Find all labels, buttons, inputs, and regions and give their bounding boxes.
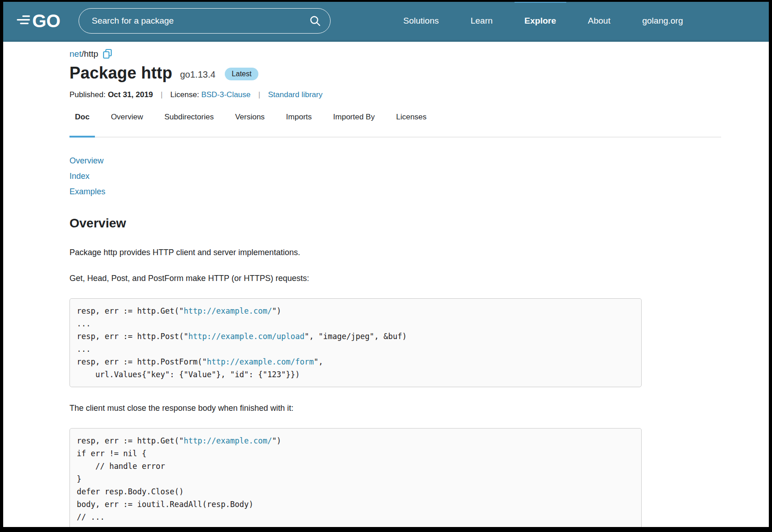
code-line: // ... (77, 511, 634, 523)
standard-library-link[interactable]: Standard library (268, 90, 322, 99)
nav-item-explore[interactable]: Explore (514, 2, 567, 41)
code-block: resp, err := http.Get("http://example.co… (69, 298, 642, 387)
code-line: resp, err := http.Post("http://example.c… (77, 330, 634, 343)
code-text: ... (77, 345, 91, 354)
code-text: ... (77, 319, 91, 328)
overview-paragraph-3: The client must close the response body … (69, 404, 769, 413)
main-content: net/http Package http go1.13.4 Latest Pu… (3, 49, 769, 527)
package-meta: Published: Oct 31, 2019 | License: BSD-3… (69, 90, 769, 99)
nav-item-explore-label: Explore (525, 16, 556, 26)
nav-item-learn[interactable]: Learn (460, 2, 504, 41)
code-text: resp, err := http.Post(" (77, 332, 188, 341)
code-text: ", "image/jpeg", &buf) (305, 332, 407, 341)
breadcrumb: net/http (69, 49, 769, 59)
code-text: ") (272, 436, 281, 445)
tab-imported-by[interactable]: Imported By (328, 112, 381, 137)
code-text: ", (314, 357, 323, 366)
overview-heading: Overview (69, 216, 769, 231)
code-line: resp, err := http.PostForm("http://examp… (77, 355, 634, 368)
code-text: if err != nil { (77, 449, 147, 458)
toc-link-overview[interactable]: Overview (69, 153, 104, 168)
tab-versions[interactable]: Versions (230, 112, 270, 137)
latest-badge: Latest (225, 68, 258, 80)
code-text: defer resp.Body.Close() (77, 487, 183, 496)
breadcrumb-parent-link[interactable]: net (69, 49, 81, 59)
top-navbar: GO Solutions Learn Explore About golang.… (3, 2, 769, 42)
meta-separator: | (161, 90, 163, 99)
code-text: } (77, 474, 81, 483)
code-line: ... (77, 343, 634, 355)
code-text: url.Values{"key": {"Value"}, "id": {"123… (77, 370, 300, 379)
tab-subdirectories[interactable]: Subdirectories (159, 112, 219, 137)
toc-link-examples[interactable]: Examples (69, 184, 105, 199)
license-label: License: (170, 90, 199, 99)
title-row: Package http go1.13.4 Latest (69, 64, 769, 83)
toc-link-index[interactable]: Index (69, 168, 89, 184)
code-url-link[interactable]: http://example.com/ (183, 436, 272, 445)
code-text: // handle error (77, 462, 165, 471)
code-line: defer resp.Body.Close() (77, 485, 634, 498)
page: GO Solutions Learn Explore About golang.… (3, 2, 769, 527)
code-line: } (77, 473, 634, 485)
meta-separator: | (258, 90, 260, 99)
code-line: url.Values{"key": {"Value"}, "id": {"123… (77, 368, 634, 381)
code-text: ") (272, 306, 281, 315)
doc-toc: Overview Index Examples (69, 153, 769, 199)
tab-imports[interactable]: Imports (281, 112, 317, 137)
package-version: go1.13.4 (180, 69, 215, 80)
code-text: body, err := ioutil.ReadAll(resp.Body) (77, 500, 253, 509)
code-line: body, err := ioutil.ReadAll(resp.Body) (77, 498, 634, 511)
code-line: if err != nil { (77, 447, 634, 460)
search-icon[interactable] (309, 15, 321, 27)
code-line: resp, err := http.Get("http://example.co… (77, 305, 634, 317)
code-url-link[interactable]: http://example.com/form (207, 357, 314, 366)
page-title: Package http (69, 64, 172, 83)
go-logo-icon: GO (16, 10, 67, 32)
tab-doc[interactable]: Doc (69, 112, 95, 137)
code-line: // handle error (77, 460, 634, 473)
breadcrumb-current: http (84, 49, 99, 59)
nav-item-solutions[interactable]: Solutions (392, 2, 450, 41)
code-url-link[interactable]: http://example.com/ (183, 306, 272, 315)
tab-overview[interactable]: Overview (105, 112, 148, 137)
nav-links: Solutions Learn Explore About golang.org (382, 2, 694, 41)
svg-text:GO: GO (32, 11, 60, 31)
search-box[interactable] (79, 8, 331, 34)
copy-icon (103, 49, 113, 59)
code-url-link[interactable]: http://example.com/upload (188, 332, 305, 341)
code-block: resp, err := http.Get("http://example.co… (69, 428, 642, 527)
active-nav-indicator (515, 2, 566, 3)
overview-paragraph-2: Get, Head, Post, and PostForm make HTTP … (69, 274, 769, 283)
tab-licenses[interactable]: Licenses (391, 112, 432, 137)
code-line: resp, err := http.Get("http://example.co… (77, 434, 634, 447)
published-date: Oct 31, 2019 (108, 90, 153, 99)
code-line: ... (77, 317, 634, 330)
overview-paragraph-1: Package http provides HTTP client and se… (69, 248, 769, 257)
code-text: resp, err := http.Get(" (77, 436, 183, 445)
tab-bar: Doc Overview Subdirectories Versions Imp… (69, 112, 721, 138)
copy-path-button[interactable] (103, 49, 113, 59)
published-label: Published: (69, 90, 105, 99)
go-logo[interactable]: GO (16, 10, 67, 32)
code-text: resp, err := http.Get(" (77, 306, 183, 315)
nav-item-golang-org[interactable]: golang.org (631, 2, 694, 41)
nav-item-about[interactable]: About (577, 2, 622, 41)
license-link[interactable]: BSD-3-Clause (201, 90, 251, 99)
code-text: resp, err := http.PostForm(" (77, 357, 207, 366)
search-input[interactable] (91, 15, 309, 26)
code-text: // ... (77, 512, 104, 522)
